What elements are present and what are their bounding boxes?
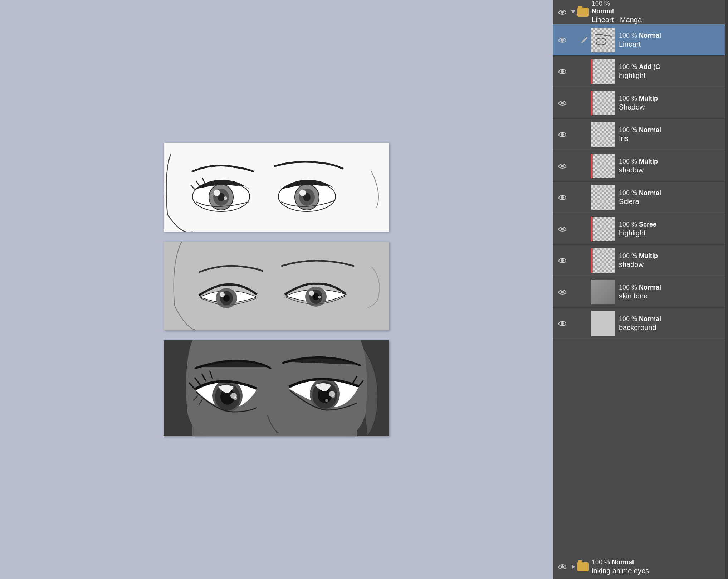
layer-shadow-2[interactable]: 100 % Multip shadow	[553, 150, 728, 182]
art-panel-1	[164, 143, 389, 232]
layer-highlight2-mode-text: 100 % Scree	[619, 221, 725, 228]
layer-shadow2-name: shadow	[619, 166, 725, 174]
folder-info-top: 100 % Normal Lineart - Manga	[592, 0, 725, 24]
thumb-shadow3	[591, 248, 615, 273]
thumb-iris	[591, 122, 615, 147]
layer-skin-mode-text: 100 % Normal	[619, 284, 725, 291]
folder-icon-top	[577, 8, 589, 17]
layer-bg-name: background	[619, 323, 725, 332]
layer-lineart-name: Lineart	[619, 40, 725, 48]
layer-highlight[interactable]: 100 % Add (G highlight	[553, 56, 728, 87]
thumb-shadow2	[591, 154, 615, 178]
svg-point-45	[331, 395, 335, 398]
folder-top-mode-text: Normal	[592, 8, 614, 15]
visibility-toggle-lineart[interactable]	[556, 34, 569, 47]
layer-highlight-2[interactable]: 100 % Scree highlight	[553, 213, 728, 245]
folder-icon-bottom	[577, 562, 589, 571]
svg-point-14	[299, 190, 306, 196]
layer-background-info: 100 % Normal background	[619, 315, 725, 332]
layer-shadow3-info: 100 % Multip shadow	[619, 252, 725, 269]
svg-point-34	[234, 396, 237, 400]
layer-highlight-name: highlight	[619, 72, 725, 80]
folder-arrow-down[interactable]	[570, 9, 576, 15]
layer-shadow-1[interactable]: 100 % Multip Shadow	[553, 87, 728, 119]
thumb-lineart	[591, 28, 615, 52]
layer-shadow2-info: 100 % Multip shadow	[619, 158, 725, 174]
thumb-highlight2	[591, 217, 615, 241]
layer-lineart[interactable]: 100 % Normal Lineart	[553, 24, 728, 56]
layer-lineart-info: 100 % Normal Lineart	[619, 32, 725, 48]
layer-skin-name: skin tone	[619, 292, 725, 300]
layer-background[interactable]: 100 % Normal background	[553, 308, 728, 339]
layer-shadow1-name: Shadow	[619, 103, 725, 111]
svg-point-22	[220, 292, 225, 297]
visibility-toggle-skin[interactable]	[556, 286, 569, 298]
canvas-area	[0, 0, 553, 579]
svg-point-6	[224, 196, 227, 200]
folder-bottom-mode-text: 100 % Normal	[592, 559, 725, 566]
layer-sclera[interactable]: 100 % Normal Sclera	[553, 182, 728, 213]
folder-top-name: Lineart - Manga	[592, 16, 725, 24]
svg-point-26	[309, 291, 314, 296]
folder-info-bottom: 100 % Normal inking anime eyes	[592, 559, 725, 575]
visibility-toggle-highlight[interactable]	[556, 65, 569, 78]
layer-sclera-mode-text: 100 % Normal	[619, 189, 725, 197]
layer-iris[interactable]: 100 % Normal Iris	[553, 119, 728, 150]
visibility-toggle-iris[interactable]	[556, 128, 569, 141]
brush-tool-icon	[579, 35, 589, 45]
folder-bottom-name: inking anime eyes	[592, 567, 725, 575]
svg-point-46	[325, 399, 328, 402]
thumb-skin	[591, 280, 615, 304]
folder-arrow-right[interactable]	[570, 564, 576, 570]
layers-panel: 100 % Normal Lineart - Manga	[553, 0, 728, 579]
visibility-toggle-shadow2[interactable]	[556, 160, 569, 172]
layer-highlight-info: 100 % Add (G highlight	[619, 63, 725, 80]
layer-shadow1-info: 100 % Multip Shadow	[619, 95, 725, 111]
svg-point-49	[586, 37, 587, 38]
layer-highlight-mode-text: 100 % Add (G	[619, 63, 725, 71]
layer-shadow2-mode-text: 100 % Multip	[619, 158, 725, 165]
visibility-toggle-shadow1[interactable]	[556, 97, 569, 110]
thumb-shadow1	[591, 91, 615, 115]
layer-shadow3-name: shadow	[619, 261, 725, 269]
layer-highlight2-name: highlight	[619, 229, 725, 237]
visibility-toggle-shadow3[interactable]	[556, 254, 569, 267]
layer-iris-mode-text: 100 % Normal	[619, 126, 725, 134]
layer-shadow-3[interactable]: 100 % Multip shadow	[553, 245, 728, 276]
svg-point-9	[213, 216, 215, 218]
visibility-toggle-bottom-folder[interactable]	[556, 560, 569, 573]
svg-point-50	[596, 38, 606, 45]
layers-scrollbar[interactable]	[725, 0, 728, 579]
layer-skin-tone[interactable]: 100 % Normal skin tone	[553, 276, 728, 308]
layer-bg-mode-text: 100 % Normal	[619, 315, 725, 323]
visibility-toggle-top-folder[interactable]	[556, 6, 569, 19]
layer-skin-info: 100 % Normal skin tone	[619, 284, 725, 300]
svg-point-27	[318, 296, 321, 298]
visibility-toggle-highlight2[interactable]	[556, 223, 569, 235]
layer-highlight2-info: 100 % Scree highlight	[619, 221, 725, 237]
layer-shadow3-mode-text: 100 % Multip	[619, 252, 725, 260]
layer-lineart-mode-text: 100 % Normal	[619, 32, 725, 39]
svg-rect-18	[164, 242, 389, 330]
folder-top-mode: 100 %	[592, 0, 725, 8]
layer-shadow1-mode-text: 100 % Multip	[619, 95, 725, 102]
svg-point-7	[215, 213, 217, 215]
thumb-background	[591, 311, 615, 336]
folder-top-mode2: Normal	[592, 8, 725, 15]
thumb-sclera	[591, 185, 615, 210]
thumb-highlight	[591, 59, 615, 84]
layer-iris-name: Iris	[619, 135, 725, 143]
art-panel-3	[164, 340, 389, 436]
visibility-toggle-bg[interactable]	[556, 317, 569, 330]
svg-point-8	[219, 215, 220, 217]
svg-point-5	[214, 190, 220, 196]
visibility-toggle-sclera[interactable]	[556, 191, 569, 204]
art-panel-2	[164, 242, 389, 330]
folder-lineart-manga[interactable]: 100 % Normal Lineart - Manga	[553, 0, 728, 24]
layer-sclera-name: Sclera	[619, 198, 725, 206]
folder-inking-anime-eyes[interactable]: 100 % Normal inking anime eyes	[553, 555, 728, 579]
layer-iris-info: 100 % Normal Iris	[619, 126, 725, 143]
layer-sclera-info: 100 % Normal Sclera	[619, 189, 725, 206]
